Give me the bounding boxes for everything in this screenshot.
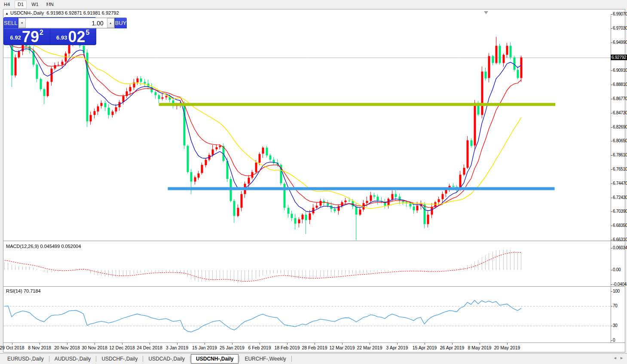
date-axis-tick xyxy=(287,343,288,345)
date-axis-tick xyxy=(315,343,315,345)
buy-price-sup: 5 xyxy=(86,29,89,37)
date-axis-tick xyxy=(425,343,425,345)
date-axis-tick xyxy=(232,343,232,345)
indicator-axis-tick xyxy=(611,326,612,326)
price-axis-label: 6.82690 xyxy=(613,125,627,130)
tab-usdchf-daily[interactable]: USDCHF-,Daily xyxy=(97,355,142,363)
buy-price-big: 02 xyxy=(68,31,85,43)
price-axis-tick xyxy=(611,169,612,170)
tab-usdcnh-daily[interactable]: USDCNH-,Daily xyxy=(191,354,239,364)
volume-spinner: ▼ ▲ xyxy=(18,18,115,28)
price-axis-tick xyxy=(611,240,612,240)
date-axis-tick xyxy=(40,343,40,345)
indicator-axis-tick xyxy=(611,284,612,285)
tab-separator xyxy=(96,356,96,362)
price-axis-tick xyxy=(611,141,612,141)
price-axis-tick xyxy=(611,28,612,29)
buy-price-small: 6.93 xyxy=(56,34,67,41)
mt4-application: H4D1W1MN ▲USDCNH-,Daily 6.91983 6.92871 … xyxy=(0,0,627,364)
indicator-axis-tick xyxy=(611,306,612,306)
tab-eurchf-weekly[interactable]: EURCHF-,Weekly xyxy=(240,355,291,363)
price-axis-tick xyxy=(611,56,612,57)
indicator-axis-tick xyxy=(611,248,612,248)
date-axis-label: 20 May 2019 xyxy=(490,345,524,350)
price-axis-label: 6.76510 xyxy=(613,167,627,172)
volume-input[interactable] xyxy=(26,18,107,28)
price-axis-tick xyxy=(611,184,612,184)
panel-separator[interactable] xyxy=(3,241,625,241)
price-axis-label: 6.66310 xyxy=(613,237,627,242)
toolbar-separator xyxy=(48,1,49,8)
price-axis-label: 6.94990 xyxy=(613,40,627,45)
chart-title: ▲USDCNH-,Daily 6.91983 6.92871 6.91981 6… xyxy=(5,10,119,15)
price-axis-tick xyxy=(611,211,612,212)
date-axis-tick xyxy=(452,343,453,345)
timeframe-toolbar: H4D1W1MN xyxy=(0,0,627,9)
timeframe-button-h4[interactable]: H4 xyxy=(1,0,13,9)
macd-panel-canvas[interactable] xyxy=(3,242,611,286)
indicator-axis-tick xyxy=(611,270,612,270)
sell-price-big: 79 xyxy=(22,31,39,43)
date-axis[interactable]: 29 Oct 20188 Nov 201820 Nov 201830 Nov 2… xyxy=(0,343,627,352)
tab-usdcad-daily[interactable]: USDCAD-,Daily xyxy=(144,355,190,363)
symbol-marker-icon: ▲ xyxy=(5,12,9,15)
tab-separator xyxy=(143,356,143,362)
tab-scroll-arrows[interactable]: ◄ ► xyxy=(613,356,624,360)
volume-decrease-button[interactable]: ▼ xyxy=(18,18,26,28)
indicator-axis-label: 100 xyxy=(613,289,620,294)
panel-separator[interactable] xyxy=(3,286,625,287)
date-axis-tick xyxy=(95,343,95,345)
date-axis-tick xyxy=(342,343,343,345)
price-axis-label: 6.70390 xyxy=(613,209,627,214)
rsi-indicator-label: RSI(14) 70.7184 xyxy=(6,288,41,294)
date-axis-tick xyxy=(67,343,67,345)
tab-separator xyxy=(190,356,190,362)
date-axis-tick xyxy=(177,343,177,345)
timeframe-button-mn[interactable]: MN xyxy=(43,0,57,9)
price-axis-label: 6.97030 xyxy=(613,26,627,31)
main-chart-canvas[interactable] xyxy=(3,15,611,241)
buy-price-button[interactable]: 6.93 02 5 xyxy=(50,29,96,45)
date-axis-tick xyxy=(150,343,150,345)
one-click-trading-panel: SELL ▼ ▲ BUY 6.92 79 2 6.93 02 5 xyxy=(3,17,96,45)
rsi-panel-canvas[interactable] xyxy=(3,287,611,343)
price-axis-tick xyxy=(611,155,612,156)
price-axis-tick xyxy=(611,70,612,71)
indicator-axis-label: 30 xyxy=(613,323,618,328)
chart-title-symbol: USDCNH-,Daily xyxy=(10,10,44,15)
indicator-axis-label: 0.060342 xyxy=(613,245,627,251)
current-price-label: 6.92792 xyxy=(611,55,627,60)
price-axis-label: 6.78610 xyxy=(613,153,627,158)
tab-audusd-daily[interactable]: AUDUSD-,Daily xyxy=(50,355,96,363)
tab-separator xyxy=(49,356,49,362)
price-axis-tick xyxy=(611,99,612,99)
macd-indicator-label: MACD(12,26,9) 0.045499 0.052004 xyxy=(6,244,81,249)
price-axis-tick xyxy=(611,14,612,15)
price-axis-label: 6.84730 xyxy=(613,110,627,116)
tab-eurusd-daily[interactable]: EURUSD-,Daily xyxy=(3,355,49,363)
date-axis-tick xyxy=(12,343,12,345)
chevron-down-icon: ▼ xyxy=(21,21,24,24)
price-axis-label: 6.68350 xyxy=(613,223,627,228)
timeframe-button-d1[interactable]: D1 xyxy=(15,0,27,9)
price-axis-tick xyxy=(611,85,612,85)
indicator-axis-label: 0 xyxy=(613,338,615,343)
buy-button[interactable]: BUY xyxy=(115,18,127,28)
sell-price-sup: 2 xyxy=(40,29,43,37)
date-axis-tick xyxy=(260,343,260,345)
date-axis-tick xyxy=(205,343,205,345)
chart-tab-bar: EURUSD-,DailyAUDUSD-,DailyUSDCHF-,DailyU… xyxy=(0,353,627,364)
date-axis-tick xyxy=(370,343,370,345)
sell-button[interactable]: SELL xyxy=(4,18,18,28)
date-axis-tick xyxy=(507,343,508,345)
timeframe-button-w1[interactable]: W1 xyxy=(28,0,42,9)
sell-price-small: 6.92 xyxy=(10,34,21,41)
price-axis-tick xyxy=(611,226,612,226)
chart-title-ohlc: 6.91983 6.92871 6.91981 6.92792 xyxy=(46,10,119,15)
date-axis-tick xyxy=(122,343,122,345)
chevron-up-icon: ▲ xyxy=(109,21,112,24)
sell-price-button[interactable]: 6.92 79 2 xyxy=(4,29,50,45)
price-axis-label: 6.80650 xyxy=(613,138,627,144)
volume-increase-button[interactable]: ▲ xyxy=(107,18,114,28)
price-axis-tick xyxy=(611,127,612,128)
